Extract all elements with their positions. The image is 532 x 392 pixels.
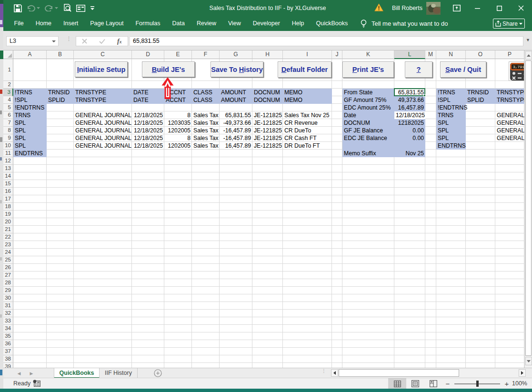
save-quit-button[interactable]: Save / Quit [440, 61, 486, 78]
column-header-O[interactable]: O [466, 50, 495, 59]
row-header-23[interactable]: 23 [3, 241, 13, 249]
row-header-27[interactable]: 27 [3, 271, 13, 279]
cell-N4[interactable]: !SPL [436, 96, 466, 104]
cell-N8[interactable]: SPL [436, 127, 466, 134]
cell-E7[interactable]: 1203035 [164, 119, 192, 127]
cell-C10[interactable]: GENERAL JOURNAL [74, 142, 132, 150]
cell-H10[interactable]: JE-121825 [252, 142, 283, 150]
formula-bar-expand-icon[interactable]: ▼ [526, 38, 530, 42]
cell-H4[interactable]: DOCNUM [252, 96, 283, 104]
cell-I4[interactable]: MEMO [283, 96, 332, 104]
horizontal-scrollbar[interactable] [331, 369, 526, 377]
zoom-in-button[interactable]: + [503, 380, 511, 388]
cell-F3[interactable]: CLASS [192, 89, 220, 96]
row-header-39[interactable]: 39 [3, 363, 13, 368]
horizontal-scroll-thumb[interactable] [339, 369, 459, 377]
column-header-D[interactable]: D [132, 50, 164, 59]
cell-K8[interactable]: GF JE Balance [342, 127, 394, 134]
row-header-30[interactable]: 30 [3, 294, 13, 302]
cell-C8[interactable]: GENERAL JOURNAL [74, 127, 132, 134]
row-header-16[interactable]: 16 [3, 188, 13, 195]
cell-F7[interactable]: Sales Tax [192, 119, 220, 127]
name-box-dropdown-icon[interactable] [52, 40, 56, 42]
user-name[interactable]: Bill Roberts [392, 5, 422, 11]
row-header-36[interactable]: 36 [3, 340, 13, 348]
cell-C7[interactable]: GENERAL JOURNAL [74, 119, 132, 127]
row-header-25[interactable]: 25 [3, 256, 13, 264]
cell-L11[interactable]: Nov 25 [394, 150, 425, 157]
cell-H9[interactable]: JE-121825 [252, 134, 283, 142]
formula-input[interactable]: 65,831.55 [130, 36, 523, 46]
cell-A11[interactable]: ENDTRNS [13, 150, 47, 157]
cell-K4[interactable]: GF Amount 75% [342, 96, 394, 104]
cell-K5[interactable]: EDC Amount 25% [342, 104, 394, 111]
cell-K11[interactable]: Memo Suffix [342, 150, 394, 157]
row-header-2[interactable]: 2 [3, 81, 13, 89]
vertical-scroll-thumb[interactable] [525, 60, 532, 356]
column-header-C[interactable]: C [74, 50, 132, 59]
vertical-scrollbar[interactable] [524, 50, 532, 368]
cell-C6[interactable]: GENERAL JOURNAL [74, 111, 132, 119]
zoom-slider[interactable] [454, 378, 500, 389]
row-header-24[interactable]: 24 [3, 249, 13, 256]
cell-L10[interactable] [394, 142, 425, 150]
cell-G3[interactable]: AMOUNT [220, 89, 252, 96]
select-all-corner[interactable] [3, 50, 13, 59]
cell-G10[interactable]: 16,457.89 [220, 142, 252, 150]
cell-K3[interactable]: From State [342, 89, 394, 96]
cell-G6[interactable]: 65,831.55 [220, 111, 252, 119]
redo-dropdown-icon[interactable] [54, 3, 59, 13]
name-box[interactable]: L3 [6, 36, 59, 46]
cell-G9[interactable]: -16,457.89 [220, 134, 252, 142]
cell-C9[interactable]: GENERAL JOURNAL [74, 134, 132, 142]
cell-F4[interactable]: CLASS [192, 96, 220, 104]
ribbon-tab-data[interactable]: Data [166, 16, 191, 31]
normal-view-icon[interactable] [388, 378, 406, 389]
ribbon-tab-home[interactable]: Home [30, 16, 57, 31]
zoom-slider-thumb[interactable] [476, 381, 479, 387]
row-header-32[interactable]: 32 [3, 310, 13, 317]
row-header-6[interactable]: 6 [3, 111, 13, 119]
sheet-tab-quickbooks[interactable]: QuickBooks [54, 368, 100, 378]
row-header-8[interactable]: 8 [3, 127, 13, 134]
cell-C4[interactable]: TRNSTYPE [74, 96, 132, 104]
cell-L3[interactable]: 65,831.55 [394, 89, 425, 96]
initialize-setup-button[interactable]: Initialize Setup [75, 61, 128, 77]
row-header-31[interactable]: 31 [3, 302, 13, 310]
cell-N3[interactable]: !TRNS [436, 89, 466, 96]
cell-L8[interactable]: 0.00 [394, 127, 425, 134]
cell-P7[interactable]: GENERAL JOURNAL [495, 119, 524, 127]
cell-A10[interactable]: SPL [13, 142, 47, 150]
sheet-tab-iif-history[interactable]: IIF History [100, 368, 138, 378]
row-header-13[interactable]: 13 [3, 165, 13, 172]
row-header-5[interactable]: 5 [3, 104, 13, 111]
scroll-down-icon[interactable] [525, 357, 532, 365]
column-header-M[interactable]: M [425, 50, 436, 59]
cell-I8[interactable]: CR DueTo [283, 127, 332, 134]
row-header-11[interactable]: 11 [3, 150, 13, 157]
cell-G7[interactable]: -49,373.66 [220, 119, 252, 127]
row-header-29[interactable]: 29 [3, 287, 13, 294]
cell-G8[interactable]: -16,457.89 [220, 127, 252, 134]
print-jes-button[interactable]: Print JE's [342, 61, 394, 78]
ribbon-tab-help[interactable]: Help [286, 16, 310, 31]
cell-E6[interactable]: 8 [164, 111, 192, 119]
cell-I6[interactable]: Sales Tax Nov 25 [283, 111, 332, 119]
cell-G4[interactable]: AMOUNT [220, 96, 252, 104]
default-folder-button[interactable]: Default Folder [278, 61, 331, 78]
macro-record-icon[interactable] [33, 380, 40, 389]
scroll-left-icon[interactable] [331, 369, 338, 377]
row-header-4[interactable]: 4 [3, 96, 13, 104]
redo-icon[interactable] [44, 3, 54, 13]
cell-A4[interactable]: !SPL [13, 96, 47, 104]
cell-E10[interactable]: 1202005 [164, 142, 192, 150]
row-header-35[interactable]: 35 [3, 332, 13, 340]
cell-D3[interactable]: DATE [132, 89, 164, 96]
ribbon-tab-view[interactable]: View [222, 16, 247, 31]
cell-O3[interactable]: TRNSID [466, 89, 495, 96]
ribbon-tab-page-layout[interactable]: Page Layout [84, 16, 130, 31]
customize-quick-access-icon[interactable] [90, 3, 95, 13]
zoom-out-button[interactable]: − [444, 380, 452, 388]
confirm-entry-icon[interactable] [99, 39, 105, 44]
row-header-14[interactable]: 14 [3, 172, 13, 180]
